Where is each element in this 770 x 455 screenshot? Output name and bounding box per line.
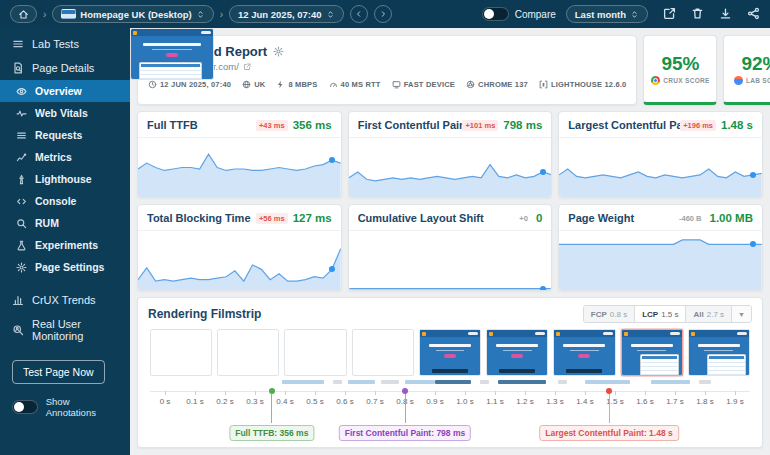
screenshot-cta-button [511,354,523,358]
breadcrumb: › Homepage UK (Desktop) › 12 Jun 2025, 0… [10,5,392,23]
metric-delta-badge: +56 ms [256,213,288,224]
chevron-up-down-icon [326,10,335,19]
sidebar-item-page-settings[interactable]: Page Settings [0,256,130,278]
chevron-right-icon [379,10,387,18]
page-selector[interactable]: Homepage UK (Desktop) [52,5,213,23]
metric-card-page-weight[interactable]: Page Weight-460 B1.00 MB [558,204,763,291]
timeline-tick [585,391,586,395]
page-selector-label: Homepage UK (Desktop) [80,9,191,20]
filmstrip-frame-6[interactable] [486,329,548,376]
sidebar-item-console[interactable]: Console [0,190,130,212]
sidebar-item-real-user-monitoring[interactable]: Real User Monitoring [0,312,130,348]
sidebar-item-page-details[interactable]: Page Details [0,56,130,80]
marker-label[interactable]: Largest Contentful Paint: 1.48 s [539,425,679,441]
crux-score-card[interactable]: 95%CRUX SCORE [643,35,717,105]
latest-data-point-dot[interactable] [329,157,335,163]
metric-sparkline-chart [138,138,341,197]
screenshot-headline [429,344,471,347]
sidebar-item-rum[interactable]: RUM [0,212,130,234]
metric-card-total-blocking-time[interactable]: Total Blocking Time+56 ms127 ms [137,204,342,291]
page-screenshot-thumbnail[interactable] [130,28,214,80]
filmstrip-frame-7[interactable] [553,329,615,376]
timeline-tick [285,391,286,395]
report-meta-12-jun-2025-07-40: 12 JUN 2025, 07:40 [148,80,231,89]
filmstrip-tab-all[interactable]: All2.7 s [686,306,732,322]
filmstrip-frame-1[interactable] [150,329,212,376]
marker-label[interactable]: Full TTFB: 356 ms [229,425,314,441]
sidebar-item-label: Real User Monitoring [32,318,118,342]
filmstrip-frame-5[interactable] [419,329,481,376]
marker-stem [609,394,610,423]
metric-card-largest-contentful-paint[interactable]: Largest Contentful Paint+196 ms1.48 s [558,111,763,198]
filmstrip-tabs-dropdown-button[interactable]: ▼ [732,306,751,322]
period-selector[interactable]: Last month [566,5,648,23]
share-icon [747,7,760,20]
meta-text: 8 MBPS [288,80,317,89]
filmstrip-frame-3[interactable] [284,329,346,376]
home-button[interactable] [10,5,37,23]
filmstrip-frame-2[interactable] [217,329,279,376]
screenshot-subline [436,350,465,352]
timeline-tick [495,391,496,395]
waterfall-request-bar [651,380,690,384]
lab-score-card[interactable]: 92%LAB SCORE [723,35,770,105]
metric-card-full-ttfb[interactable]: Full TTFB+43 ms356 ms [137,111,342,198]
timeline-tick [195,391,196,395]
show-annotations-toggle[interactable] [12,400,38,414]
filmstrip-frame-8[interactable] [621,329,683,376]
experiments-icon [16,240,27,251]
period-label: Last month [575,9,626,20]
filmstrip-tab-lcp[interactable]: LCP1.5 s [635,306,686,322]
metric-title: Total Blocking Time [147,212,256,224]
screenshot-subline [570,350,599,352]
filmstrip-frame-9[interactable] [688,329,750,376]
latest-data-point-dot[interactable] [750,241,756,247]
timeline-tick-label: 1.3 s [546,397,563,406]
topbar: › Homepage UK (Desktop) › 12 Jun 2025, 0… [0,0,770,28]
waterfall-request-bar [282,380,324,384]
waterfall-request-bar [348,380,375,384]
sidebar-item-label: Requests [35,129,82,141]
marker-label[interactable]: First Contentful Paint: 798 ms [339,425,471,441]
test-date-selector[interactable]: 12 Jun 2025, 07:40 [229,5,343,23]
sidebar-item-label: Page Details [32,62,94,74]
report-settings-gear-icon[interactable] [273,46,284,57]
filmstrip-frame-4[interactable] [352,329,414,376]
sidebar-item-lighthouse[interactable]: Lighthouse [0,168,130,190]
metric-card-first-contentful-paint[interactable]: First Contentful Paint+101 ms798 ms [348,111,553,198]
waterfall-request-bar [381,380,399,384]
sidebar-item-crux-trends[interactable]: CrUX Trends [0,288,130,312]
metric-value: 0 [536,212,542,224]
test-page-now-button[interactable]: Test Page Now [12,360,105,384]
delete-test-button[interactable] [690,7,704,21]
sidebar-item-metrics[interactable]: Metrics [0,146,130,168]
sidebar-item-lab-tests[interactable]: Lab Tests [0,32,130,56]
sidebar-item-requests[interactable]: Requests [0,124,130,146]
open-in-new-window-button[interactable] [662,7,676,21]
filmstrip-range-tabs: FCP0.8 sLCP1.5 sAll2.7 s ▼ [583,305,752,323]
latest-data-point-dot[interactable] [750,172,756,178]
previous-test-button[interactable] [350,5,368,23]
report-url-link[interactable]: www.debugbear.com/ [148,61,626,72]
sidebar-item-web-vitals[interactable]: Web Vitals [0,102,130,124]
filmstrip-tab-fcp[interactable]: FCP0.8 s [584,306,635,322]
meta-text: CHROME 137 [478,80,528,89]
metric-card-cumulative-layout-shift[interactable]: Cumulative Layout Shift+00 [348,204,553,291]
timeline-tick [165,391,166,395]
latest-data-point-dot[interactable] [540,169,546,175]
waterfall-request-bar [333,380,342,384]
next-test-button[interactable] [374,5,392,23]
metric-title: Cumulative Layout Shift [358,212,517,224]
page-thumbnail [61,9,76,19]
sidebar-item-experiments[interactable]: Experiments [0,234,130,256]
compare-toggle[interactable] [482,7,509,21]
metric-card-header: Full TTFB+43 ms356 ms [138,112,341,138]
share-button[interactable] [746,7,760,21]
overview-icon [16,86,27,97]
sidebar-item-overview[interactable]: Overview [0,80,130,102]
download-button[interactable] [718,7,732,21]
latest-data-point-dot[interactable] [540,286,546,291]
screenshot-banner [499,369,535,373]
latest-data-point-dot[interactable] [329,266,335,272]
timeline-tick-label: 0.2 s [216,397,233,406]
